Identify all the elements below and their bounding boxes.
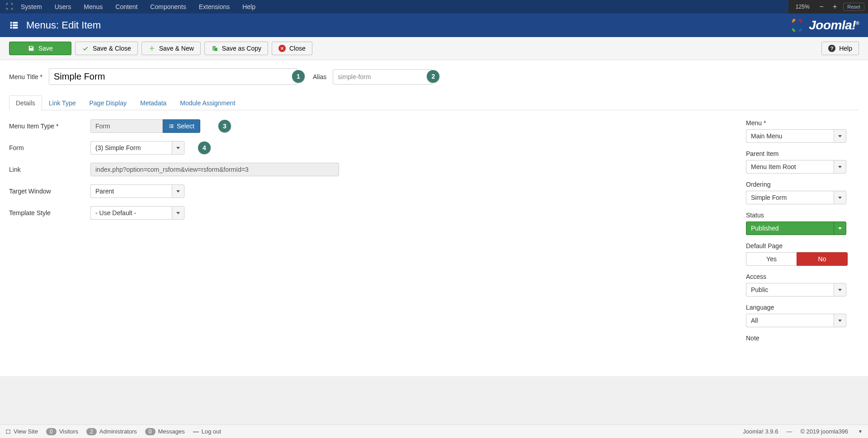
nav-help[interactable]: Help <box>237 3 261 10</box>
status-value: Published <box>746 221 834 235</box>
nav-system[interactable]: System <box>15 3 47 10</box>
menu-item-type-label: Menu Item Type * <box>9 122 90 130</box>
zoom-in-button[interactable]: + <box>830 3 840 11</box>
annotation-3: 3 <box>218 120 231 132</box>
save-close-button[interactable]: Save & Close <box>75 42 138 55</box>
language-value: All <box>746 314 834 327</box>
help-icon: ? <box>828 45 835 52</box>
status-select[interactable]: Published <box>746 221 846 235</box>
save-new-button[interactable]: Save & New <box>142 42 201 55</box>
list-icon <box>169 123 174 129</box>
parent-item-select[interactable]: Menu Item Root <box>746 160 846 174</box>
joomla-icon[interactable] <box>5 2 14 12</box>
link-input <box>90 163 339 176</box>
menu-select-value: Main Menu <box>746 129 834 143</box>
zoom-percent: 125% <box>792 4 813 10</box>
access-label: Access <box>746 273 859 280</box>
alias-input[interactable] <box>333 69 432 85</box>
select-type-button[interactable]: Select <box>163 119 200 133</box>
sidebar-options: Menu * Main Menu Parent Item Menu Item R… <box>746 119 859 349</box>
ordering-value: Simple Form <box>746 191 834 204</box>
page-header: Menus: Edit Item Joomla!® <box>0 14 868 37</box>
close-icon <box>278 45 286 52</box>
tab-page-display[interactable]: Page Display <box>82 95 133 110</box>
language-select[interactable]: All <box>746 314 846 327</box>
help-button[interactable]: ? Help <box>821 42 859 55</box>
default-page-label: Default Page <box>746 242 859 250</box>
target-window-label: Target Window <box>9 188 90 195</box>
close-button[interactable]: Close <box>272 42 312 55</box>
title-row: Menu Title * 1 Alias 2 <box>9 68 859 85</box>
tab-metadata[interactable]: Metadata <box>133 95 173 110</box>
zoom-out-button[interactable]: − <box>817 3 826 11</box>
link-label: Link <box>9 166 90 173</box>
copy-icon <box>211 45 218 52</box>
menu-title-label: Menu Title * <box>9 73 42 80</box>
zoom-reset-button[interactable]: Reset <box>843 3 864 11</box>
ordering-label: Ordering <box>746 181 859 188</box>
joomla-brand: Joomla!® <box>789 17 859 33</box>
save-icon <box>28 45 35 52</box>
parent-item-label: Parent Item <box>746 150 859 157</box>
nav-components[interactable]: Components <box>145 3 191 10</box>
default-yes-button[interactable]: Yes <box>746 252 797 266</box>
toolbar: Save Save & Close Save & New Save as Cop… <box>0 37 868 60</box>
menu-item-type-value: Form <box>90 119 163 133</box>
annotation-4: 4 <box>198 141 211 154</box>
save-button[interactable]: Save <box>9 42 71 55</box>
chevron-down-icon[interactable] <box>834 191 846 204</box>
menu-title-input[interactable] <box>49 68 297 85</box>
nav-content[interactable]: Content <box>110 3 143 10</box>
access-select[interactable]: Public <box>746 283 846 297</box>
template-style-label: Template Style <box>9 209 90 217</box>
plus-icon <box>148 45 156 52</box>
ordering-select[interactable]: Simple Form <box>746 191 846 204</box>
chevron-down-icon[interactable] <box>172 141 184 155</box>
access-value: Public <box>746 283 834 297</box>
page-title: Menus: Edit Item <box>26 19 101 31</box>
default-page-toggle[interactable]: Yes No <box>746 252 848 266</box>
chevron-down-icon[interactable] <box>834 160 846 174</box>
content-area: Menu Title * 1 Alias 2 Details Link Type… <box>0 60 868 376</box>
chevron-down-icon[interactable] <box>834 283 846 297</box>
status-label: Status <box>746 212 859 219</box>
nav-users[interactable]: Users <box>49 3 77 10</box>
brand-text: Joomla!® <box>809 18 859 33</box>
chevron-down-icon[interactable] <box>834 129 846 143</box>
list-icon <box>9 20 19 31</box>
default-no-button[interactable]: No <box>797 252 848 266</box>
form-select[interactable]: (3) Simple Form <box>90 141 184 155</box>
annotation-1: 1 <box>292 70 305 83</box>
tab-module-assignment[interactable]: Module Assignment <box>173 95 242 110</box>
chevron-down-icon[interactable] <box>172 184 184 198</box>
admin-topnav: System Users Menus Content Components Ex… <box>0 0 868 14</box>
template-style-select[interactable]: - Use Default - <box>90 206 184 220</box>
alias-label: Alias <box>313 73 326 80</box>
form-select-value: (3) Simple Form <box>90 141 172 155</box>
tab-details[interactable]: Details <box>9 95 42 110</box>
target-window-select[interactable]: Parent <box>90 184 184 198</box>
chevron-down-icon[interactable] <box>172 206 184 220</box>
nav-menus[interactable]: Menus <box>78 3 108 10</box>
template-style-value: - Use Default - <box>90 206 172 220</box>
menu-select[interactable]: Main Menu <box>746 129 846 143</box>
tab-link-type[interactable]: Link Type <box>42 95 83 110</box>
tabs: Details Link Type Page Display Metadata … <box>9 95 859 110</box>
annotation-2: 2 <box>427 70 439 83</box>
target-window-value: Parent <box>90 184 172 198</box>
chevron-down-icon[interactable] <box>834 314 846 327</box>
chevron-down-icon[interactable] <box>834 221 846 235</box>
parent-item-value: Menu Item Root <box>746 160 834 174</box>
nav-extensions[interactable]: Extensions <box>193 3 235 10</box>
language-label: Language <box>746 304 859 311</box>
note-label: Note <box>746 334 859 342</box>
form-label: Form <box>9 144 90 151</box>
browser-zoom-bar: 125% − + Reset <box>788 0 868 14</box>
joomla-logo-icon <box>789 17 805 33</box>
check-icon <box>82 45 89 52</box>
menu-label: Menu * <box>746 119 859 127</box>
save-copy-button[interactable]: Save as Copy <box>204 42 268 55</box>
details-form: Menu Item Type * Form Select 3 Form (3) … <box>9 119 728 349</box>
